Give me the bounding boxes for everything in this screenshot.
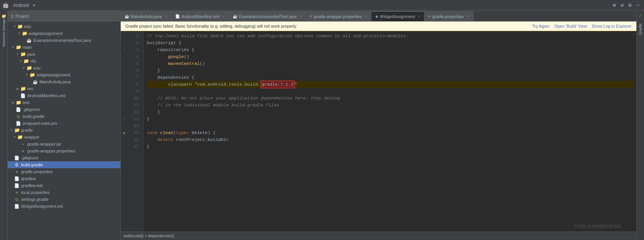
tree-item[interactable]: 📄gradlew.bat <box>8 182 120 189</box>
tree-item-label: edu <box>24 24 31 29</box>
code-line[interactable]: } <box>147 67 633 74</box>
editor-tab[interactable]: 📄AndroidManifest.xml× <box>171 11 229 21</box>
sync-check-icon: ✓ <box>637 11 643 20</box>
code-comment: // NOTE: Do not place your application d… <box>147 95 340 102</box>
fold-icon[interactable]: ▽ <box>124 41 126 45</box>
code-line[interactable]: } <box>147 143 633 150</box>
tree-file-icon: 📁 <box>14 127 20 133</box>
code-line[interactable]: task clean(type: Delete) { <box>147 129 633 136</box>
editor-tab[interactable]: ≡gradle-wrapper.properties× <box>306 11 371 21</box>
tree-item[interactable]: ≡gradle.properties <box>8 168 120 175</box>
show-log-explorer-link[interactable]: Show Log in Explorer <box>591 24 632 28</box>
tree-item[interactable]: Gbuild.gradle <box>8 113 120 120</box>
tree-item[interactable]: ▼📁widgetassignment <box>8 71 120 78</box>
code-line[interactable] <box>147 122 633 129</box>
open-build-view-link[interactable]: Open 'Build' View <box>554 24 587 28</box>
line-number: 5 <box>128 60 140 67</box>
tree-file-icon: 📄 <box>14 175 20 182</box>
code-line[interactable]: // NOTE: Do not place your application d… <box>147 95 633 102</box>
tree-item-label: java <box>27 52 35 56</box>
tree-item-label: AndroidManifest.xml <box>27 93 66 98</box>
gutter-cell <box>121 81 128 88</box>
tree-item[interactable]: ▼📁wrapper <box>8 134 120 141</box>
tree-item[interactable]: ▼📁edu <box>8 23 120 30</box>
tab-close-button[interactable]: × <box>418 14 420 18</box>
tab-close-button[interactable]: × <box>223 14 225 18</box>
code-line[interactable]: classpath "com.android.tools.build.gradl… <box>147 81 633 88</box>
tree-item[interactable]: ▼📁gradle <box>8 127 120 134</box>
watermark: CSDN @布朗熊狂敲代码 <box>574 223 621 229</box>
fold-icon[interactable]: ▽ <box>124 118 126 121</box>
tree-item[interactable]: 📄AndroidManifest.xml <box>8 92 120 99</box>
editor-tab[interactable]: ◆WidgetAssignment× <box>371 11 425 21</box>
editor-tab[interactable]: ≡gradle.properties× <box>424 11 473 21</box>
tree-item[interactable]: ▪gradle-wrapper.jar <box>8 141 120 147</box>
code-line[interactable]: dependencies { <box>147 74 633 81</box>
code-line[interactable]: mavenCentral() <box>147 60 633 67</box>
tree-item[interactable]: 📄.gitignore <box>8 154 120 161</box>
tree-item[interactable]: 📄proguard-rules.pro <box>8 120 120 127</box>
tab-close-button[interactable]: × <box>365 14 367 18</box>
tree-file-icon: 📁 <box>15 99 21 106</box>
project-structure-icon[interactable]: ⇄ <box>619 1 625 9</box>
tree-item[interactable]: ▼📁edu <box>8 65 120 71</box>
error-banner: Gradle project sync failed. Basic functi… <box>121 22 636 31</box>
code-line[interactable]: // Top-level build file where you can ad… <box>147 33 633 40</box>
tree-item[interactable]: ▼📁main <box>8 44 120 51</box>
tree-item[interactable]: Gbuild.gradle <box>8 161 120 168</box>
settings-icon[interactable]: ⚙ <box>627 1 633 9</box>
tree-item[interactable]: Gsettings.gradle <box>8 196 120 203</box>
line-number: 8 <box>128 81 140 88</box>
tree-item[interactable]: ≡gradle-wrapper.properties <box>8 147 120 154</box>
tab-close-button[interactable]: × <box>467 14 469 18</box>
fold-icon[interactable]: ▽ <box>124 48 126 52</box>
minimize-icon[interactable]: — <box>635 1 641 9</box>
tree-item[interactable]: ▼📁java <box>8 51 120 58</box>
code-content[interactable]: // Top-level build file where you can ad… <box>144 31 636 232</box>
tree-item[interactable]: ▶📁res <box>8 85 120 92</box>
tab-file-icon: ≡ <box>310 14 312 18</box>
code-line[interactable]: repositories { <box>147 46 633 53</box>
tree-item-label: gradle <box>21 128 33 132</box>
tree-item-label: gradle-wrapper.jar <box>27 142 61 146</box>
tree-item[interactable]: 📄gradlew <box>8 175 120 182</box>
fold-icon[interactable]: ▽ <box>124 76 126 79</box>
code-line[interactable]: buildscript { <box>147 40 633 46</box>
tab-close-button[interactable]: × <box>300 14 302 18</box>
tree-item-label: widgetassignment <box>29 31 62 36</box>
tab-label: MainActivity.java <box>131 14 162 19</box>
gradle-label[interactable]: Gradle <box>638 20 642 38</box>
search-everywhere-icon[interactable]: ⊕ <box>611 1 617 9</box>
tab-close-button[interactable]: × <box>165 14 167 18</box>
code-line[interactable]: } <box>147 116 633 122</box>
editor-tab[interactable]: ☕ExampleInstrumentedTest.java× <box>229 11 306 21</box>
tree-item-label: res <box>27 86 33 91</box>
tree-item[interactable]: ▼📁nfu <box>8 58 120 65</box>
project-panel-header: 1: Project <box>8 11 120 22</box>
code-line[interactable] <box>147 88 633 95</box>
tree-item[interactable]: ☕ExampleInstrumentedTest.java <box>8 37 120 44</box>
tree-arrow-icon: ▼ <box>15 52 20 56</box>
editor-tab[interactable]: ☕MainActivity.java× <box>121 11 171 21</box>
tree-item[interactable]: ≡local.properties <box>8 189 120 196</box>
tree-item[interactable]: 📄.gitignore <box>8 106 120 113</box>
tree-item[interactable]: ▼📁widgetassignment <box>8 30 120 37</box>
try-again-link[interactable]: Try Again <box>532 24 550 28</box>
tree-file-icon: 📄 <box>15 106 21 113</box>
gutter-cell <box>121 136 128 143</box>
android-dropdown[interactable]: ▼ <box>32 3 36 8</box>
code-line[interactable]: google() <box>147 53 633 60</box>
code-line[interactable]: } <box>147 109 633 116</box>
tree-item[interactable]: ▶📁test <box>8 99 120 106</box>
line-number: 9 <box>128 88 140 95</box>
tree-item[interactable]: 📄WidgetAssignment.iml <box>8 203 120 210</box>
tree-file-icon: ▪ <box>20 141 26 147</box>
run-icon[interactable]: ▶ <box>123 131 126 135</box>
tab-label: gradle.properties <box>432 14 464 19</box>
code-line[interactable]: delete rootProject.buildDir <box>147 136 633 143</box>
tree-item-label: edu <box>33 66 40 70</box>
tree-item[interactable]: ☕MainActivity.java <box>8 78 120 85</box>
code-line[interactable]: // in the individual module build.gradle… <box>147 102 633 109</box>
tree-item-label: wrapper <box>24 135 39 139</box>
resource-manager-tab[interactable]: Resource Manager <box>0 22 8 41</box>
